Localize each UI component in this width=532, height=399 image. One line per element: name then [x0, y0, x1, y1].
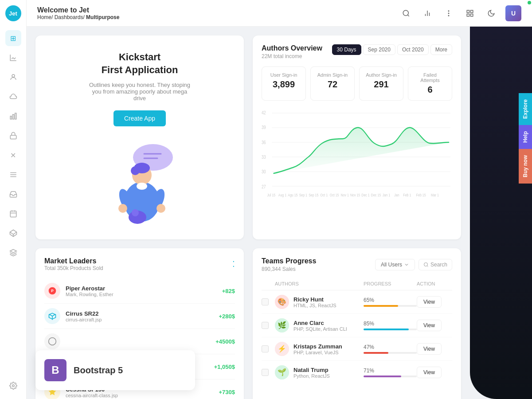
- view-button-anne[interactable]: View: [417, 320, 442, 331]
- svg-text:Nov 1: Nov 1: [340, 193, 349, 197]
- authors-subtitle: 22M total income: [262, 53, 322, 59]
- svg-point-21: [448, 11, 449, 12]
- header-left: Welcome to Jet Home/ Dashboards/ Multipu…: [37, 6, 119, 20]
- svg-text:Oct 1: Oct 1: [320, 193, 328, 197]
- sidebar-item-calendar[interactable]: [5, 206, 21, 222]
- market-more-icon[interactable]: ⁚: [232, 259, 235, 269]
- bootstrap-promo-card: B Bootstrap 5: [35, 350, 195, 390]
- period-tabs: 30 Days Sep 2020 Oct 2020 More: [332, 44, 452, 55]
- svg-text:27: 27: [262, 184, 266, 189]
- side-tabs: Explore Help Buy now: [519, 93, 532, 184]
- svg-text:Jan 1: Jan 1: [383, 193, 391, 197]
- sidebar-item-chart[interactable]: [5, 108, 21, 124]
- tab-oct2020[interactable]: Oct 2020: [397, 44, 429, 55]
- sidebar-item-settings[interactable]: [5, 378, 21, 394]
- chart-svg: 42 39 36 33 30 27: [262, 108, 452, 205]
- teams-filters: All Users Search: [375, 259, 452, 270]
- svg-text:Mar 1: Mar 1: [431, 193, 439, 197]
- svg-text:Oct 15: Oct 15: [330, 193, 339, 197]
- explore-tab[interactable]: Explore: [519, 93, 532, 125]
- sidebar-item-cloud[interactable]: [5, 89, 21, 105]
- dark-panel: [470, 27, 532, 399]
- svg-text:🌱: 🌱: [278, 368, 286, 376]
- sidebar-item-inbox[interactable]: [5, 186, 21, 202]
- view-button-natali[interactable]: View: [417, 367, 442, 378]
- svg-rect-8: [10, 211, 16, 217]
- svg-rect-4: [10, 135, 16, 139]
- sidebar-item-menu[interactable]: [5, 167, 21, 183]
- svg-text:🌿: 🌿: [278, 321, 286, 329]
- tab-sep2020[interactable]: Sep 2020: [363, 44, 395, 55]
- svg-text:Dec 15: Dec 15: [371, 193, 381, 197]
- sidebar-item-analytics[interactable]: [5, 50, 21, 66]
- teams-subtitle: 890,344 Sales: [262, 266, 316, 272]
- svg-rect-26: [471, 14, 473, 16]
- svg-text:Nov 15: Nov 15: [350, 193, 360, 197]
- sidebar-item-layers[interactable]: [5, 245, 21, 261]
- teams-search-box[interactable]: Search: [419, 259, 452, 270]
- svg-text:Jan: Jan: [394, 193, 399, 197]
- help-tab[interactable]: Help: [519, 125, 532, 149]
- svg-line-17: [407, 15, 409, 16]
- users-filter-dropdown[interactable]: All Users: [375, 259, 415, 270]
- stat-author-signin: Author Sign-in 291: [359, 66, 403, 101]
- bootstrap-title: Bootstrap 5: [74, 365, 123, 376]
- app-logo[interactable]: Jet: [5, 5, 21, 21]
- authors-card-header: Authors Overview 22M total income 30 Day…: [262, 44, 452, 59]
- checkbox-kristaps[interactable]: [262, 345, 269, 352]
- avatar-natali: 🌱: [275, 365, 289, 379]
- checkbox-ricky[interactable]: [262, 298, 269, 305]
- view-button-ricky[interactable]: View: [417, 296, 442, 308]
- svg-text:Dec 1: Dec 1: [361, 193, 370, 197]
- header-right: U: [399, 5, 521, 21]
- market-header: Market Leaders Total 350k Products Sold …: [44, 257, 235, 271]
- sidebar-item-component[interactable]: [5, 225, 21, 241]
- page-title: Welcome to Jet: [37, 6, 119, 14]
- teams-title: Teams Progress: [262, 257, 316, 265]
- svg-rect-3: [15, 113, 16, 119]
- sidebar-item-users[interactable]: [5, 69, 21, 85]
- team-row-natali: 🌱 Natali Trump Python, ReactJS 71%: [262, 361, 452, 384]
- authors-overview-card: Authors Overview 22M total income 30 Day…: [253, 35, 461, 239]
- content-area: KickstartFirst Application Outlines keep…: [27, 27, 532, 399]
- svg-text:Sep 15: Sep 15: [309, 193, 319, 197]
- progress-ricky: 65%: [364, 297, 417, 307]
- kickstart-title: KickstartFirst Application: [102, 51, 178, 76]
- chart-icon[interactable]: [420, 6, 434, 20]
- moon-icon[interactable]: [484, 6, 498, 20]
- avatar-kristaps: ⚡: [275, 342, 289, 356]
- view-button-kristaps[interactable]: View: [417, 343, 442, 355]
- sidebar-item-lock[interactable]: [5, 128, 21, 144]
- tab-30days[interactable]: 30 Days: [332, 44, 361, 55]
- user-avatar[interactable]: U: [505, 5, 521, 21]
- search-icon[interactable]: [399, 6, 413, 20]
- avatar-anne: 🌿: [275, 318, 289, 332]
- tab-more[interactable]: More: [430, 44, 452, 55]
- create-app-button[interactable]: Create App: [113, 110, 166, 126]
- checkbox-natali[interactable]: [262, 369, 269, 376]
- svg-text:Feb 15: Feb 15: [416, 193, 426, 197]
- dots-icon[interactable]: [442, 6, 456, 20]
- cirrus-icon: [44, 308, 60, 324]
- svg-rect-27: [467, 14, 469, 16]
- market-subtitle: Total 350k Products Sold: [44, 265, 103, 271]
- grid-icon[interactable]: [463, 6, 477, 20]
- item-c-icon: [44, 333, 60, 349]
- breadcrumb: Home/ Dashboards/ Multipurpose: [37, 14, 119, 20]
- svg-text:P: P: [51, 289, 54, 293]
- svg-point-23: [448, 15, 449, 16]
- market-item-cirrus: Cirrus SR22 cirrus-aircraft.jsp +280$: [44, 304, 235, 329]
- progress-kristaps: 47%: [364, 344, 417, 354]
- checkbox-anne[interactable]: [262, 322, 269, 329]
- illustration: [95, 135, 184, 224]
- svg-text:30: 30: [262, 169, 266, 174]
- main-content: Welcome to Jet Home/ Dashboards/ Multipu…: [27, 0, 532, 399]
- svg-text:Aug 1: Aug 1: [278, 193, 287, 197]
- svg-point-43: [137, 183, 147, 190]
- kickstart-desc: Outlines keep you honest. They stoping y…: [86, 82, 193, 102]
- sidebar-item-dashboard[interactable]: ⊞: [5, 30, 21, 46]
- sidebar-item-close[interactable]: ✕: [5, 147, 21, 163]
- svg-point-39: [118, 204, 127, 213]
- buy-tab[interactable]: Buy now: [519, 149, 532, 184]
- market-item-piper: P Piper Aerostar Mark, Rowling, Esther +…: [44, 278, 235, 304]
